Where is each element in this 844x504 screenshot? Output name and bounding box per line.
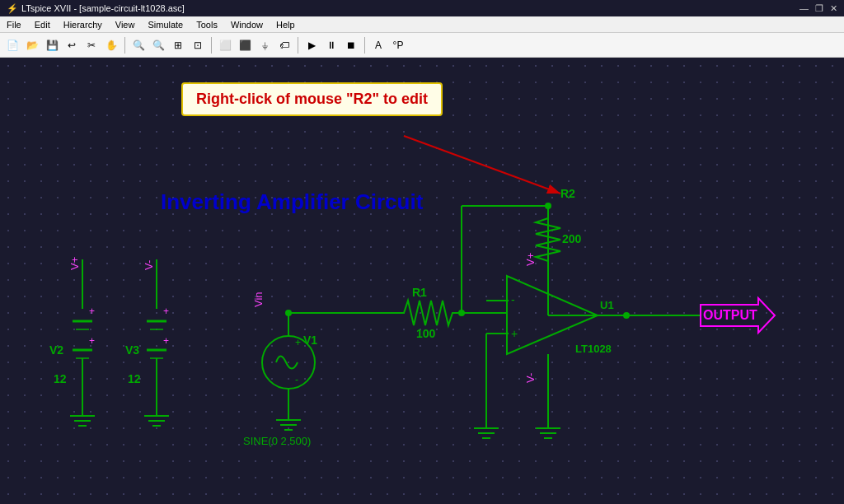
svg-text:-: - [295,374,298,385]
svg-text:SINE(0 2 500): SINE(0 2 500) [243,435,311,447]
minimize-button[interactable]: — [799,3,809,14]
toolbar-run[interactable]: ▶ [302,36,321,54]
toolbar-sep2 [211,37,212,54]
toolbar-text[interactable]: A [369,36,387,54]
toolbar: 📄 📂 💾 ↩ ✂ ✋ 🔍 🔍 ⊞ ⊡ ⬜ ⬛ ⏚ 🏷 ▶ ⏸ ⏹ A °P [0,33,844,58]
toolbar-save[interactable]: 💾 [43,36,61,54]
menu-hierarchy[interactable]: Hierarchy [62,20,104,30]
title-bar-controls: — ❐ ✕ [799,3,837,14]
toolbar-zoom-sel[interactable]: ⊡ [189,36,207,54]
toolbar-cut[interactable]: ✂ [82,36,101,54]
svg-text:+: + [511,327,518,340]
toolbar-net[interactable]: 🏷 [275,36,293,54]
restore-button[interactable]: ❐ [815,3,823,14]
toolbar-sep3 [298,37,298,54]
toolbar-misc[interactable]: °P [389,36,407,54]
svg-text:V1: V1 [303,334,317,347]
svg-text:U1: U1 [600,299,614,311]
svg-text:+: + [163,306,169,317]
toolbar-undo[interactable]: ↩ [63,36,81,54]
close-button[interactable]: ✕ [830,3,837,14]
menu-tools[interactable]: Tools [195,20,219,30]
svg-text:LT1028: LT1028 [575,343,612,355]
toolbar-open[interactable]: 📂 [23,36,41,54]
svg-text:Vin: Vin [252,292,265,307]
app-icon: ⚡ [7,3,18,14]
menu-edit[interactable]: Edit [33,20,52,30]
svg-text:100: 100 [416,327,436,340]
svg-text:R2: R2 [560,187,575,200]
toolbar-pause[interactable]: ⏸ [322,36,340,54]
svg-text:R1: R1 [412,286,427,299]
menu-simulate[interactable]: Simulate [146,20,185,30]
svg-text:OUTPUT: OUTPUT [703,308,757,322]
toolbar-stop[interactable]: ⏹ [342,36,360,54]
title-bar: ⚡ LTspice XVII - [sample-circuit-lt1028.… [0,0,844,16]
toolbar-zoom-in[interactable]: 🔍 [129,36,148,54]
toolbar-component[interactable]: ⬜ [216,36,234,54]
toolbar-hand[interactable]: ✋ [102,36,120,54]
menu-file[interactable]: File [5,20,23,30]
svg-text:+: + [89,335,95,347]
window-title: LTspice XVII - [sample-circuit-lt1028.as… [21,3,185,13]
svg-text:+: + [89,306,95,317]
svg-text:-: - [511,293,515,306]
toolbar-sep4 [364,37,365,54]
svg-text:V3: V3 [125,343,139,357]
menu-view[interactable]: View [114,20,137,30]
toolbar-zoom-out[interactable]: 🔍 [149,36,167,54]
svg-text:V-: V- [524,373,537,383]
svg-line-1 [404,136,560,194]
svg-text:V+: V+ [524,253,537,266]
circuit-svg: V+ V- + + V2 12 + + [0,58,844,504]
svg-text:+: + [295,337,301,348]
svg-text:+: + [163,335,169,347]
toolbar-zoom-fit[interactable]: ⊞ [169,36,187,54]
toolbar-wire[interactable]: ⬛ [236,36,254,54]
toolbar-ground[interactable]: ⏚ [256,36,274,54]
svg-text:12: 12 [54,372,67,385]
tooltip-box: Right-click of mouse "R2" to edit [181,82,443,116]
svg-text:12: 12 [128,372,141,385]
toolbar-new[interactable]: 📄 [3,36,21,54]
menu-bar: File Edit Hierarchy View Simulate Tools … [0,16,844,33]
svg-text:V2: V2 [49,343,63,357]
title-bar-left: ⚡ LTspice XVII - [sample-circuit-lt1028.… [7,3,185,14]
menu-window[interactable]: Window [229,20,265,30]
circuit-canvas[interactable]: Right-click of mouse "R2" to edit Invert… [0,58,844,504]
svg-text:V-: V- [143,260,155,270]
tooltip-text: Right-click of mouse "R2" to edit [196,91,428,107]
svg-text:200: 200 [562,232,582,245]
toolbar-sep1 [124,37,125,54]
svg-text:V+: V+ [68,257,81,270]
menu-help[interactable]: Help [274,20,297,30]
